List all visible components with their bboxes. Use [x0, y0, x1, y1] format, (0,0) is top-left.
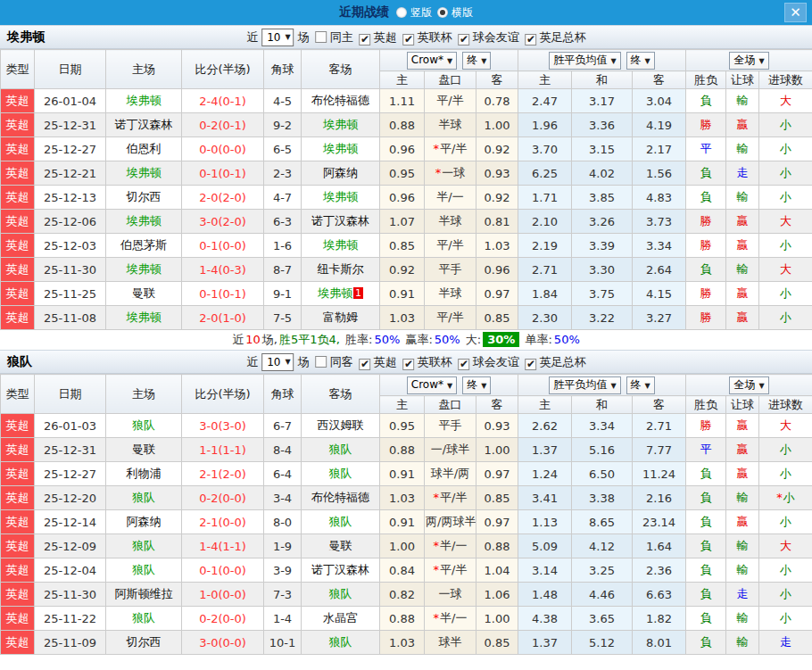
- league-checkbox[interactable]: ✔: [459, 34, 470, 45]
- home-odds-cell: 1.03: [380, 306, 425, 330]
- home-avg-cell: 1.48: [518, 583, 572, 607]
- match-row: 英超25-12-31诺丁汉森林0-2(0-1)9-2埃弗顿0.88半球1.001…: [1, 113, 812, 137]
- draw-avg-cell: 3.30: [572, 258, 633, 282]
- away-team-cell: 诺丁汉森林: [302, 558, 380, 583]
- league-type-cell: 英超: [1, 258, 35, 282]
- score-cell: 2-1(2-0): [182, 462, 264, 486]
- avg-odds-dropdown[interactable]: 胜平负均值▼: [549, 52, 620, 70]
- games-count-select[interactable]: 10▼: [261, 353, 294, 371]
- odds-source-dropdown[interactable]: Crow*▼: [407, 52, 457, 70]
- handicap-result-cell: 走: [726, 583, 759, 607]
- result-cell: 負: [686, 631, 726, 655]
- league-type-cell: 英超: [1, 113, 35, 137]
- corner-cell: 1-4: [264, 607, 302, 631]
- handicap-cell: 半/一: [425, 186, 476, 210]
- home-team-cell: 阿森纳: [106, 510, 182, 534]
- league-type-cell: 英超: [1, 486, 35, 510]
- draw-avg-cell: 3.75: [572, 282, 633, 306]
- away-avg-cell: 2.64: [633, 258, 686, 282]
- away-avg-cell: 4.19: [633, 113, 686, 137]
- goals-result-cell: 走: [759, 631, 812, 655]
- away-team-cell: 埃弗顿: [302, 137, 380, 161]
- league-checkbox[interactable]: ✔: [526, 359, 537, 370]
- fulltime-dropdown[interactable]: 全场▼: [729, 376, 768, 394]
- score-cell: 0-2(0-0): [182, 607, 264, 631]
- home-team-cell: 狼队: [106, 414, 182, 438]
- col-handicap: 盘口: [425, 396, 476, 414]
- col-home-avg: 主: [518, 396, 572, 414]
- col-home-odds: 主: [380, 396, 425, 414]
- corner-cell: 8-4: [264, 438, 302, 462]
- match-row: 英超25-12-13切尔西2-0(2-0)4-7埃弗顿0.96半/一0.921.…: [1, 186, 812, 210]
- matches-table-everton: 类型 日期 主场 比分(半场) 角球 客场 Crow*▼终▼ 胜平负均值▼终▼ …: [0, 49, 812, 330]
- league-filter-group: ✔英超✔英联杯✔球会友谊✔英足总杯: [353, 354, 586, 370]
- team-label: 埃弗顿: [318, 286, 352, 300]
- games-count-select[interactable]: 10▼: [261, 29, 294, 46]
- horizontal-layout-radio[interactable]: [437, 7, 448, 18]
- same-venue-checkbox[interactable]: [316, 31, 327, 43]
- final-odds-dropdown[interactable]: 终▼: [462, 52, 491, 70]
- league-checkbox[interactable]: ✔: [360, 34, 371, 45]
- result-cell: 負: [686, 186, 726, 210]
- home-odds-cell: 1.11: [380, 89, 425, 113]
- near-label: 近: [246, 29, 258, 45]
- corner-cell: 6-4: [264, 462, 302, 486]
- league-checkbox[interactable]: ✔: [459, 359, 470, 370]
- match-row: 英超25-12-06埃弗顿3-0(2-0)6-3诺丁汉森林1.07半球0.812…: [1, 210, 812, 234]
- home-avg-cell: 2.71: [518, 258, 572, 282]
- away-team-cell: 阿森纳: [302, 161, 380, 186]
- away-odds-cell: 1.06: [476, 583, 518, 607]
- final-odds-dropdown[interactable]: 终▼: [462, 376, 491, 394]
- team-name: 狼队: [7, 354, 32, 370]
- draw-avg-cell: 4.02: [572, 161, 633, 186]
- away-odds-cell: 0.97: [476, 462, 518, 486]
- handicap-result-cell: 贏: [726, 210, 759, 234]
- result-cell: 勝: [686, 306, 726, 330]
- chevron-down-icon: ▼: [285, 33, 290, 41]
- draw-avg-cell: 4.12: [572, 534, 633, 558]
- final-avg-dropdown[interactable]: 终▼: [626, 376, 655, 394]
- fulltime-dropdown[interactable]: 全场▼: [729, 52, 768, 70]
- filters-bar: 近 10▼ 场 同主 ✔英超✔英联杯✔球会友谊✔英足总杯: [246, 26, 585, 48]
- corner-cell: 8-7: [264, 258, 302, 282]
- vertical-layout-radio[interactable]: [396, 7, 407, 18]
- corner-cell: 6-7: [264, 414, 302, 438]
- final-avg-dropdown[interactable]: 终▼: [626, 52, 655, 70]
- away-avg-cell: 1.64: [633, 534, 686, 558]
- goals-result-cell: 大: [759, 414, 812, 438]
- team-label: 布伦特福德: [311, 491, 369, 504]
- recent-results-panel: 近期战绩 竖版 横版 ✕ 埃弗顿 近 10▼ 场 同主 ✔英超✔英联杯✔球会友谊…: [0, 0, 812, 655]
- team-label: 曼联: [329, 539, 352, 552]
- match-row: 英超25-12-03伯恩茅斯0-1(0-0)1-6埃弗顿0.85平/半1.032…: [1, 234, 812, 258]
- corner-cell: 2-3: [264, 161, 302, 186]
- adjusted-marker: *: [434, 563, 440, 576]
- match-row: 英超26-01-03狼队3-0(3-0)6-7西汉姆联0.95平手0.932.6…: [1, 414, 812, 438]
- match-row: 英超25-11-30埃弗顿1-4(0-3)8-7纽卡斯尔0.92平手0.962.…: [1, 258, 812, 282]
- draw-avg-cell: 3.15: [572, 137, 633, 161]
- col-goals: 进球数: [759, 71, 812, 89]
- home-team-cell: 埃弗顿: [106, 306, 182, 330]
- corner-cell: 10-1: [264, 631, 302, 655]
- handicap-cell: 平手: [425, 258, 476, 282]
- team-label: 狼队: [329, 587, 352, 600]
- home-avg-cell: 6.25: [518, 161, 572, 186]
- team-label: 切尔西: [127, 635, 162, 649]
- match-row: 英超25-12-21埃弗顿0-1(0-1)2-3阿森纳0.95*一球0.936.…: [1, 161, 812, 186]
- col-away-avg: 客: [633, 396, 686, 414]
- draw-avg-cell: 3.25: [572, 558, 633, 583]
- match-row: 英超25-12-27伯恩利0-0(0-0)6-5埃弗顿0.96*平/半0.923…: [1, 137, 812, 161]
- away-odds-cell: 0.85: [476, 631, 518, 655]
- away-odds-cell: 0.81: [476, 210, 518, 234]
- league-checkbox[interactable]: ✔: [526, 34, 537, 45]
- avg-group-header: 胜平负均值▼终▼: [518, 50, 686, 71]
- chevron-down-icon: ▼: [285, 358, 290, 366]
- close-button[interactable]: ✕: [784, 3, 807, 22]
- result-cell: 勝: [686, 113, 726, 137]
- league-checkbox[interactable]: ✔: [403, 34, 415, 45]
- league-checkbox[interactable]: ✔: [403, 359, 415, 370]
- avg-odds-dropdown[interactable]: 胜平负均值▼: [549, 376, 620, 394]
- same-venue-checkbox[interactable]: [316, 356, 327, 368]
- result-cell: 勝: [686, 282, 726, 306]
- league-checkbox[interactable]: ✔: [360, 359, 371, 370]
- odds-source-dropdown[interactable]: Crow*▼: [407, 376, 457, 394]
